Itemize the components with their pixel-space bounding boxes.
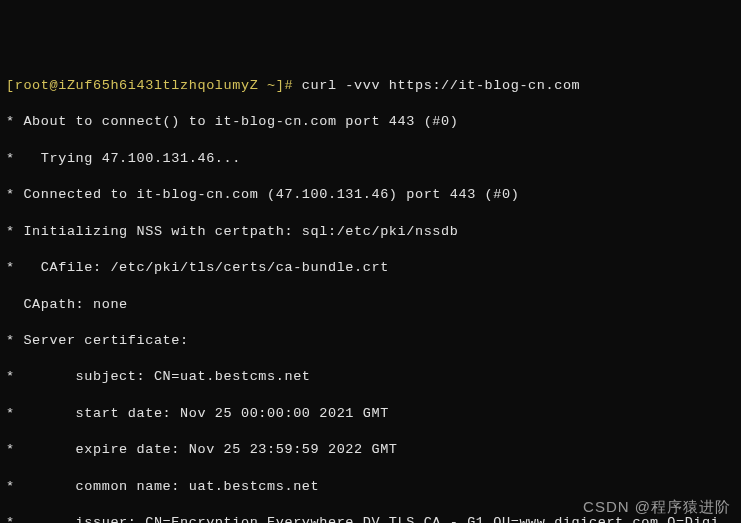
output-line: CApath: none [6, 296, 735, 314]
output-line: * Connected to it-blog-cn.com (47.100.13… [6, 186, 735, 204]
output-line: * subject: CN=uat.bestcms.net [6, 368, 735, 386]
output-line: * About to connect() to it-blog-cn.com p… [6, 113, 735, 131]
shell-prompt: [root@iZuf65h6i43ltlzhqolumyZ ~]# [6, 78, 302, 93]
command-text: curl -vvv https://it-blog-cn.com [302, 78, 580, 93]
output-line: * Server certificate: [6, 332, 735, 350]
output-line: * Initializing NSS with certpath: sql:/e… [6, 223, 735, 241]
output-line: * Trying 47.100.131.46... [6, 150, 735, 168]
prompt-line-1[interactable]: [root@iZuf65h6i43ltlzhqolumyZ ~]# curl -… [6, 77, 735, 95]
output-line: * common name: uat.bestcms.net [6, 478, 735, 496]
output-line: * expire date: Nov 25 23:59:59 2022 GMT [6, 441, 735, 459]
output-line: * start date: Nov 25 00:00:00 2021 GMT [6, 405, 735, 423]
watermark-text: CSDN @程序猿进阶 [583, 497, 731, 517]
output-line: * CAfile: /etc/pki/tls/certs/ca-bundle.c… [6, 259, 735, 277]
